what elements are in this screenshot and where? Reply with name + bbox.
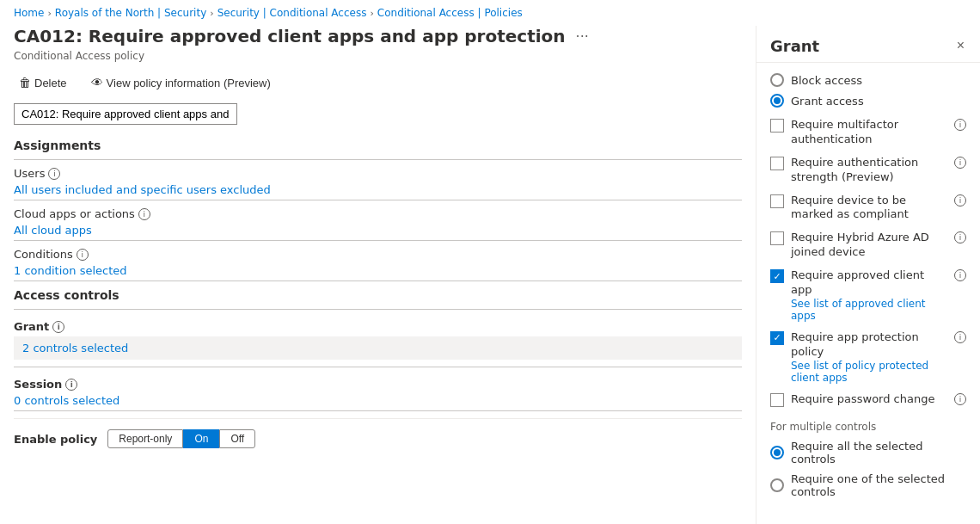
toggle-on[interactable]: On	[183, 429, 219, 448]
require-one-radio-circle	[770, 478, 784, 492]
checkbox-mfa-box[interactable]	[770, 119, 784, 133]
checkbox-compliant: Require device to be marked as compliant…	[770, 194, 966, 223]
grant-panel-body: Block access Grant access Require multif…	[756, 63, 980, 524]
grant-checkboxes: Require multifactor authentication i Req…	[770, 118, 966, 407]
checkbox-mfa: Require multifactor authentication i	[770, 118, 966, 147]
breadcrumb-org[interactable]: Royals of the North | Security	[55, 7, 206, 19]
block-access-radio-circle	[770, 73, 784, 87]
grant-panel-close-button[interactable]: ×	[955, 36, 966, 55]
session-info-icon[interactable]: i	[65, 379, 77, 391]
checkbox-approved-client-box[interactable]	[770, 269, 784, 283]
breadcrumb-security[interactable]: Security | Conditional Access	[217, 7, 367, 19]
checkbox-app-protection-info[interactable]: i	[954, 331, 966, 343]
policy-name-input[interactable]	[21, 108, 230, 120]
multiple-controls-section: For multiple controls Require all the se…	[770, 421, 966, 498]
toggle-report-only[interactable]: Report-only	[107, 429, 183, 448]
require-one-label: Require one of the selected controls	[791, 472, 966, 498]
block-access-radio[interactable]: Block access	[770, 73, 966, 87]
conditions-field-label: Conditions i	[14, 248, 742, 261]
checkbox-mfa-label: Require multifactor authentication	[791, 118, 947, 147]
cloud-apps-field-label: Cloud apps or actions i	[14, 207, 742, 220]
checkbox-approved-client-label: Require approved client app	[791, 268, 947, 298]
checkbox-password-change-box[interactable]	[770, 393, 784, 407]
grant-box[interactable]: 2 controls selected	[14, 336, 742, 360]
conditions-info-icon[interactable]: i	[77, 249, 89, 261]
checkbox-approved-client-info[interactable]: i	[954, 269, 966, 281]
require-one-radio[interactable]: Require one of the selected controls	[770, 472, 966, 498]
toggle-off[interactable]: Off	[219, 429, 255, 448]
grant-access-label: Grant access	[791, 95, 864, 108]
require-all-label: Require all the selected controls	[791, 440, 966, 465]
checkbox-hybrid-ad-box[interactable]	[770, 231, 784, 245]
more-options-icon[interactable]: ···	[573, 27, 592, 46]
checkbox-auth-strength-info[interactable]: i	[954, 157, 966, 169]
breadcrumb-policies[interactable]: Conditional Access | Policies	[377, 7, 523, 19]
session-value[interactable]: 0 controls selected	[14, 394, 742, 407]
block-access-label: Block access	[791, 74, 862, 87]
eye-icon: 👁	[91, 76, 103, 89]
grant-access-radio-circle	[770, 94, 784, 108]
cloud-apps-value[interactable]: All cloud apps	[14, 224, 742, 237]
users-info-icon[interactable]: i	[48, 168, 60, 180]
enable-policy-toggle: Report-only On Off	[107, 429, 255, 448]
access-controls-section: Access controls Grant i 2 controls selec…	[14, 288, 742, 411]
grant-subsection-label: Grant i	[14, 320, 742, 333]
delete-icon: 🗑	[19, 76, 31, 89]
checkbox-app-protection-label: Require app protection policy	[791, 330, 947, 360]
checkbox-auth-strength: Require authentication strength (Preview…	[770, 156, 966, 185]
access-type-radio-group: Block access Grant access	[770, 73, 966, 108]
checkbox-password-change: Require password change i	[770, 392, 966, 407]
checkbox-compliant-info[interactable]: i	[954, 194, 966, 207]
approved-client-apps-link[interactable]: See list of approved client apps	[791, 298, 947, 322]
page-title: CA012: Require approved client apps and …	[14, 26, 566, 46]
checkbox-mfa-info[interactable]: i	[954, 119, 966, 131]
session-subsection-label: Session i	[14, 378, 742, 391]
checkbox-compliant-label: Require device to be marked as compliant	[791, 194, 947, 223]
breadcrumb-home[interactable]: Home	[14, 7, 44, 19]
grant-info-icon[interactable]: i	[52, 321, 64, 333]
toolbar: 🗑 Delete 👁 View policy information (Prev…	[14, 72, 742, 93]
assignments-label: Assignments	[14, 139, 742, 152]
grant-panel: Grant × Block access Grant access	[756, 26, 980, 524]
checkbox-password-change-label: Require password change	[791, 392, 947, 407]
checkbox-hybrid-ad-label: Require Hybrid Azure AD joined device	[791, 231, 947, 260]
cloud-apps-info-icon[interactable]: i	[138, 208, 150, 220]
title-row: CA012: Require approved client apps and …	[14, 26, 742, 46]
enable-policy-section: Enable policy Report-only On Off	[14, 418, 742, 455]
checkbox-auth-strength-label: Require authentication strength (Preview…	[791, 156, 947, 185]
grant-panel-title: Grant	[770, 37, 819, 55]
main-content: CA012: Require approved client apps and …	[0, 26, 756, 524]
require-all-radio-circle	[770, 446, 784, 459]
app-protection-link[interactable]: See list of policy protected client apps	[791, 360, 947, 384]
policy-name-input-box[interactable]	[14, 103, 237, 125]
grant-panel-header: Grant ×	[756, 26, 980, 63]
delete-button[interactable]: 🗑 Delete	[14, 72, 72, 93]
enable-policy-label: Enable policy	[14, 433, 97, 446]
breadcrumb: Home › Royals of the North | Security › …	[0, 0, 980, 26]
grant-access-radio[interactable]: Grant access	[770, 94, 966, 108]
checkbox-compliant-box[interactable]	[770, 194, 784, 208]
multiple-controls-title: For multiple controls	[770, 421, 966, 433]
assignments-section: Assignments Users i All users included a…	[14, 139, 742, 281]
checkbox-approved-client: Require approved client app See list of …	[770, 268, 966, 322]
checkbox-password-change-info[interactable]: i	[954, 393, 966, 405]
users-field-label: Users i	[14, 167, 742, 180]
require-all-radio[interactable]: Require all the selected controls	[770, 440, 966, 465]
users-value[interactable]: All users included and specific users ex…	[14, 183, 742, 196]
checkbox-hybrid-ad-info[interactable]: i	[954, 231, 966, 244]
checkbox-app-protection-box[interactable]	[770, 331, 784, 345]
checkbox-app-protection: Require app protection policy See list o…	[770, 330, 966, 384]
view-policy-button[interactable]: 👁 View policy information (Preview)	[86, 72, 276, 93]
grant-value: 2 controls selected	[22, 342, 733, 354]
checkbox-auth-strength-box[interactable]	[770, 157, 784, 170]
access-controls-label: Access controls	[14, 288, 742, 302]
conditions-value[interactable]: 1 condition selected	[14, 264, 742, 277]
page-subtitle: Conditional Access policy	[14, 50, 742, 62]
checkbox-hybrid-ad: Require Hybrid Azure AD joined device i	[770, 231, 966, 260]
